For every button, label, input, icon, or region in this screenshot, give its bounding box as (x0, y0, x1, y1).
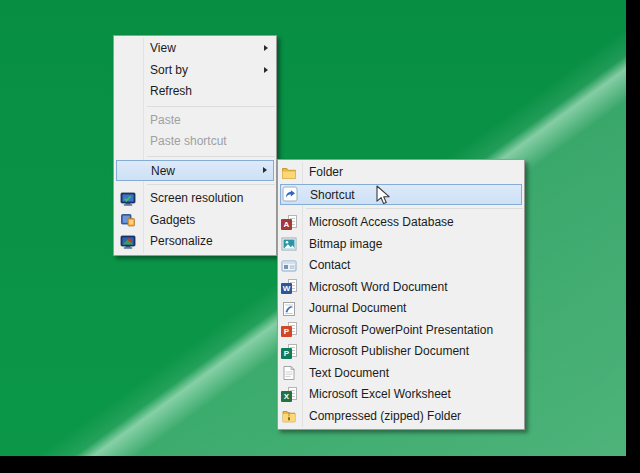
submenu-item-text-document[interactable]: Text Document (278, 363, 524, 385)
menu-item-label: Folder (309, 162, 343, 184)
contact-icon (281, 258, 297, 274)
submenu-arrow-icon (263, 167, 267, 173)
menu-item-gadgets[interactable]: Gadgets (114, 210, 276, 232)
word-icon: W (281, 279, 297, 295)
submenu-item-publisher-document[interactable]: P Microsoft Publisher Document (278, 341, 524, 363)
bitmap-image-icon (281, 236, 297, 252)
new-submenu: Folder Shortcut A Microsoft Access Datab… (277, 159, 525, 430)
journal-document-icon (281, 301, 297, 317)
submenu-arrow-icon (264, 67, 268, 73)
submenu-arrow-icon (264, 45, 268, 51)
menu-item-label: Gadgets (150, 210, 195, 232)
menu-item-label: Contact (309, 255, 350, 277)
publisher-icon: P (281, 344, 297, 360)
menu-item-label: New (151, 161, 175, 183)
menu-item-paste: Paste (114, 110, 276, 132)
menu-item-label: Compressed (zipped) Folder (309, 406, 461, 428)
gadgets-icon (120, 212, 136, 228)
menu-separator (147, 106, 275, 107)
menu-item-label: Sort by (150, 60, 188, 82)
menu-item-label: Shortcut (310, 185, 355, 207)
submenu-item-excel-worksheet[interactable]: X Microsoft Excel Worksheet (278, 384, 524, 406)
submenu-item-compressed-folder[interactable]: Compressed (zipped) Folder (278, 406, 524, 428)
menu-item-label: Microsoft Excel Worksheet (309, 384, 451, 406)
folder-icon (281, 165, 297, 181)
menu-item-label: Paste shortcut (150, 131, 227, 153)
submenu-item-folder[interactable]: Folder (278, 162, 524, 184)
submenu-item-journal-document[interactable]: Journal Document (278, 298, 524, 320)
menu-item-sort-by[interactable]: Sort by (114, 60, 276, 82)
shortcut-icon (282, 186, 298, 202)
menu-item-label: Text Document (309, 363, 389, 385)
menu-item-new[interactable]: New (116, 160, 274, 182)
submenu-item-shortcut[interactable]: Shortcut (280, 184, 522, 206)
mouse-cursor-icon (376, 185, 396, 211)
submenu-item-powerpoint-presentation[interactable]: P Microsoft PowerPoint Presentation (278, 320, 524, 342)
submenu-item-word-document[interactable]: W Microsoft Word Document (278, 277, 524, 299)
powerpoint-icon: P (281, 322, 297, 338)
submenu-item-contact[interactable]: Contact (278, 255, 524, 277)
menu-item-label: Bitmap image (309, 234, 382, 256)
compressed-folder-icon (281, 408, 297, 424)
menu-item-refresh[interactable]: Refresh (114, 81, 276, 103)
menu-separator (147, 184, 275, 185)
menu-separator (306, 208, 523, 209)
text-document-icon (281, 365, 297, 381)
menu-item-label: Microsoft Word Document (309, 277, 448, 299)
submenu-item-access-database[interactable]: A Microsoft Access Database (278, 212, 524, 234)
submenu-item-bitmap-image[interactable]: Bitmap image (278, 234, 524, 256)
desktop-context-menu: View Sort by Refresh Paste Paste shortcu… (113, 35, 277, 256)
menu-item-screen-resolution[interactable]: Screen resolution (114, 188, 276, 210)
personalize-icon (120, 234, 136, 250)
menu-item-view[interactable]: View (114, 38, 276, 60)
menu-item-label: Refresh (150, 81, 192, 103)
menu-item-label: Microsoft Access Database (309, 212, 454, 234)
menu-item-label: Personalize (150, 231, 213, 253)
menu-item-label: Microsoft PowerPoint Presentation (309, 320, 493, 342)
excel-icon: X (281, 387, 297, 403)
menu-item-label: Screen resolution (150, 188, 243, 210)
menu-item-label: Journal Document (309, 298, 406, 320)
access-icon: A (281, 215, 297, 231)
menu-item-paste-shortcut: Paste shortcut (114, 131, 276, 153)
menu-item-label: View (150, 38, 176, 60)
menu-item-personalize[interactable]: Personalize (114, 231, 276, 253)
screen-resolution-icon (120, 191, 136, 207)
menu-item-label: Microsoft Publisher Document (309, 341, 469, 363)
menu-separator (147, 156, 275, 157)
menu-item-label: Paste (150, 110, 181, 132)
